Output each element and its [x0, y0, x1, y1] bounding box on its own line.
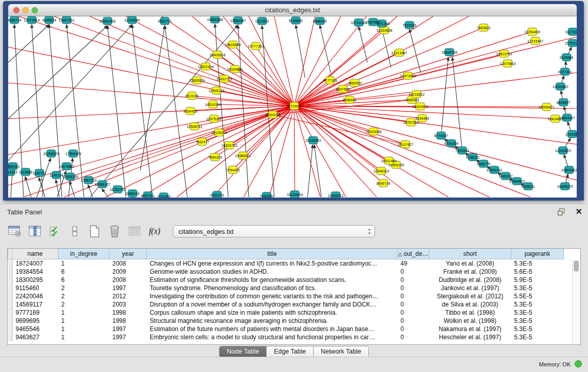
graph-node[interactable]: 19777301: [251, 42, 260, 50]
graph-node[interactable]: 9777169: [325, 77, 335, 84]
tab-node-table[interactable]: Node Table: [219, 346, 267, 358]
graph-node[interactable]: 16154821: [230, 65, 239, 73]
graph-node[interactable]: 7462630: [350, 79, 359, 87]
graph-node[interactable]: 16139274: [214, 129, 224, 137]
graph-node[interactable]: 9351771: [160, 17, 169, 25]
table-row[interactable]: 946362711997Embryonic stem cells: a mode…: [8, 333, 564, 341]
graph-node[interactable]: 2289015: [128, 190, 137, 198]
graph-node[interactable]: 10966358: [210, 16, 220, 24]
close-panel-icon[interactable]: ×: [576, 206, 582, 217]
graph-node[interactable]: 12215437: [531, 37, 540, 45]
graph-node[interactable]: 16420672: [416, 103, 425, 111]
graph-node[interactable]: 2613191: [187, 92, 197, 100]
graph-node[interactable]: 1210350: [568, 130, 577, 138]
graph-node[interactable]: 7692477: [198, 138, 207, 146]
network-canvas[interactable]: 1872400772544207654315769247712536711933…: [8, 16, 577, 198]
network-window-titlebar[interactable]: citations_edges.txt: [8, 4, 577, 16]
table-row[interactable]: 2242004622012Investigating the contribut…: [8, 292, 564, 300]
graph-node[interactable]: 15466521: [238, 152, 248, 160]
graph-node[interactable]: 9245032: [501, 172, 510, 180]
graph-node[interactable]: 1527602: [257, 17, 267, 25]
graph-node[interactable]: 16644784: [445, 49, 454, 56]
graph-node[interactable]: 16511481: [384, 157, 394, 165]
graph-node[interactable]: 12975137: [209, 115, 219, 123]
graph-node[interactable]: 13216612: [412, 91, 421, 98]
table-header-row[interactable]: namein_degreeyeartitle△out_de…shortpager…: [8, 249, 564, 259]
table-mode-icon[interactable]: [7, 224, 23, 239]
graph-node[interactable]: 17359928: [69, 150, 78, 158]
column-header-name[interactable]: name: [12, 249, 58, 259]
graph-node[interactable]: 6466100: [315, 17, 324, 25]
graph-node[interactable]: 12505135: [66, 173, 75, 181]
delete-table-icon[interactable]: [127, 224, 142, 239]
graph-node[interactable]: 9154469: [418, 115, 427, 122]
column-header-title[interactable]: title: [147, 249, 398, 259]
graph-node[interactable]: 10948119: [377, 167, 386, 175]
graph-node[interactable]: 18616654: [228, 41, 237, 49]
graph-node[interactable]: 9146221: [468, 154, 477, 161]
graph-node[interactable]: 12103503: [558, 147, 568, 155]
graph-node[interactable]: 18300295: [268, 111, 277, 119]
graph-node[interactable]: 8995734: [379, 180, 388, 187]
table-row[interactable]: 911546021997Tourette syndrome. Phenomeno…: [8, 284, 564, 292]
graph-node[interactable]: 7625350: [159, 193, 168, 198]
graph-node[interactable]: 16154838: [380, 27, 389, 34]
graph-node[interactable]: 22406518: [213, 51, 222, 59]
graph-node[interactable]: 7902642: [458, 147, 467, 155]
graph-node[interactable]: 9227341: [560, 68, 570, 76]
table-row[interactable]: 1830029562008Estimation of significance …: [8, 276, 564, 284]
graph-node[interactable]: 11749040: [127, 16, 137, 24]
graph-node[interactable]: 14522404: [201, 63, 210, 71]
graph-node[interactable]: 18724007: [290, 102, 299, 110]
table-selector-dropdown[interactable]: citations_edges.txt ▲▼: [173, 225, 375, 237]
graph-node[interactable]: 8649877: [559, 99, 568, 106]
graph-node[interactable]: 3913319: [8, 168, 15, 176]
graph-node[interactable]: 4355714: [10, 16, 19, 24]
graph-node[interactable]: 7952450: [262, 192, 271, 198]
graph-node[interactable]: 16845220: [560, 183, 570, 190]
graph-node[interactable]: 9334426: [186, 107, 195, 115]
graph-node[interactable]: 16958107: [98, 181, 107, 188]
graph-node[interactable]: 11254439: [528, 28, 537, 36]
graph-node[interactable]: 12072614: [27, 16, 36, 24]
table-row[interactable]: 946554611997Estimation of the future num…: [8, 325, 564, 333]
column-header-short[interactable]: short: [429, 249, 511, 259]
graph-node[interactable]: 12213987: [395, 49, 404, 57]
float-panel-icon[interactable]: [557, 208, 565, 216]
graph-node[interactable]: 9150133: [212, 191, 222, 198]
graph-node[interactable]: 1342737: [35, 169, 44, 177]
column-header-year[interactable]: year: [110, 249, 147, 259]
graph-node[interactable]: 1115688: [21, 168, 30, 176]
graph-node[interactable]: 11431725: [220, 75, 229, 83]
column-header-in_degree[interactable]: in_degree: [58, 249, 110, 259]
graph-node[interactable]: 10504362: [564, 166, 574, 174]
graph-node[interactable]: 20206576: [47, 150, 56, 158]
show-columns-icon[interactable]: [27, 224, 42, 239]
graph-node[interactable]: 10653287: [233, 17, 243, 25]
graph-node[interactable]: 17957233: [84, 177, 93, 184]
graph-node[interactable]: 16782753: [113, 186, 122, 193]
graph-node[interactable]: 19613793: [499, 50, 509, 58]
graph-node[interactable]: 15998421: [542, 103, 551, 111]
graph-node[interactable]: 7463822: [479, 24, 488, 32]
table-row[interactable]: 1872400712008Changes of HCN gene express…: [8, 259, 564, 268]
graph-node[interactable]: 2336441: [345, 96, 354, 104]
graph-node[interactable]: 12536711: [190, 123, 199, 130]
graph-node[interactable]: 12974803: [503, 60, 512, 68]
graph-node[interactable]: 7515526: [405, 21, 414, 29]
tab-network-table[interactable]: Network Table: [314, 346, 369, 358]
graph-node[interactable]: 10719185: [354, 19, 363, 27]
graph-node[interactable]: 12505133: [212, 87, 221, 95]
graph-node[interactable]: 6791924: [447, 140, 456, 147]
graph-node[interactable]: 10994622: [512, 178, 521, 185]
graph-node[interactable]: 15751074: [568, 39, 577, 47]
graph-node[interactable]: 7254420: [228, 166, 237, 174]
graph-node[interactable]: 20691406: [103, 17, 112, 25]
graph-node[interactable]: 16326703: [225, 142, 234, 149]
column-header-out_de[interactable]: △out_de…: [398, 249, 429, 259]
graph-node[interactable]: 8139640: [291, 17, 300, 25]
graph-node[interactable]: 10854267: [562, 114, 572, 122]
tab-edge-table[interactable]: Edge Table: [267, 346, 313, 358]
graph-node[interactable]: 10973493: [403, 72, 412, 80]
graph-node[interactable]: 14519394: [208, 101, 217, 108]
